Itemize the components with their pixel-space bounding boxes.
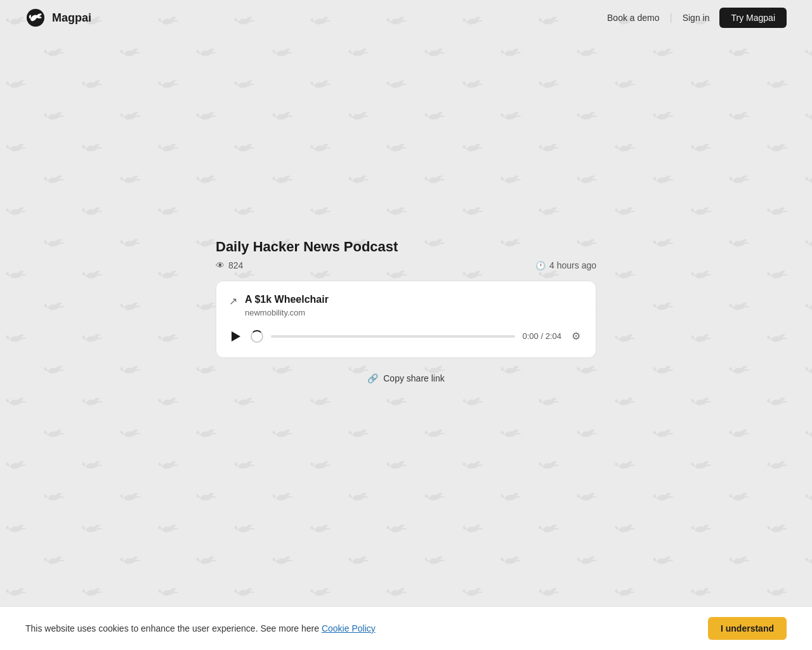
navbar-actions: Book a demo | Sign in Try Magpai xyxy=(607,8,787,28)
podcast-views: 👁 824 xyxy=(216,260,243,270)
play-icon xyxy=(232,331,240,342)
audio-controls: 0:00 / 2:04 ⚙ xyxy=(229,328,583,345)
brand-logo-link[interactable]: Magpai xyxy=(25,8,91,28)
page-wrapper: Magpai Book a demo | Sign in Try Magpai … xyxy=(0,0,812,650)
audio-card-header: ↗ A $1k Wheelchair newmobility.com xyxy=(229,294,583,317)
eye-icon: 👁 xyxy=(216,260,225,270)
total-duration: 2:04 xyxy=(546,331,561,341)
time-ago-text: 4 hours ago xyxy=(549,260,596,270)
progress-bar[interactable] xyxy=(271,335,515,338)
nav-divider: | xyxy=(670,12,672,23)
podcast-time-ago: 🕐 4 hours ago xyxy=(535,260,596,270)
try-magpai-button[interactable]: Try Magpai xyxy=(719,8,787,28)
podcast-card: Daily Hacker News Podcast 👁 824 🕐 4 hour… xyxy=(216,239,596,388)
audio-article-source: newmobility.com xyxy=(245,308,583,317)
copy-share-link-label: Copy share link xyxy=(383,373,445,383)
sign-in-link[interactable]: Sign in xyxy=(683,13,710,23)
audio-time-display: 0:00 / 2:04 xyxy=(523,331,561,341)
podcast-meta: 👁 824 🕐 4 hours ago xyxy=(216,260,596,270)
copy-share-link-button[interactable]: 🔗 Copy share link xyxy=(216,368,596,388)
view-count: 824 xyxy=(228,260,243,270)
podcast-title: Daily Hacker News Podcast xyxy=(216,239,596,255)
play-button[interactable] xyxy=(229,329,243,344)
cookie-accept-button[interactable]: I understand xyxy=(708,617,787,640)
audio-article-title: A $1k Wheelchair xyxy=(245,294,583,305)
cookie-message: This website uses cookies to enhance the… xyxy=(25,623,319,633)
brand-name: Magpai xyxy=(52,11,91,25)
audio-settings-button[interactable]: ⚙ xyxy=(569,328,583,345)
cookie-banner: This website uses cookies to enhance the… xyxy=(0,606,812,650)
time-separator: / xyxy=(540,331,545,341)
external-link-icon[interactable]: ↗ xyxy=(229,295,237,307)
loading-spinner xyxy=(251,330,263,343)
cookie-text: This website uses cookies to enhance the… xyxy=(25,623,708,633)
audio-player-card: ↗ A $1k Wheelchair newmobility.com xyxy=(216,281,596,358)
audio-card-info: A $1k Wheelchair newmobility.com xyxy=(245,294,583,317)
link-icon: 🔗 xyxy=(367,373,378,383)
gear-icon: ⚙ xyxy=(572,331,580,342)
main-content: Daily Hacker News Podcast 👁 824 🕐 4 hour… xyxy=(0,36,812,650)
magpai-logo-icon xyxy=(25,8,46,28)
current-time: 0:00 xyxy=(523,331,539,341)
cookie-policy-link[interactable]: Cookie Policy xyxy=(322,623,376,633)
navbar: Magpai Book a demo | Sign in Try Magpai xyxy=(0,0,812,36)
book-demo-link[interactable]: Book a demo xyxy=(607,13,660,23)
clock-icon: 🕐 xyxy=(535,261,546,270)
